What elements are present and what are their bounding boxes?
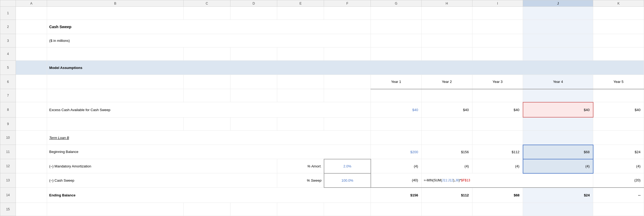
cell-K2[interactable] xyxy=(593,20,644,34)
cell-K3[interactable] xyxy=(593,34,644,47)
cell-F12-input[interactable]: 2.0% xyxy=(324,159,371,173)
col-header-I[interactable]: I xyxy=(472,0,523,7)
cell-J15[interactable] xyxy=(523,203,593,216)
cell-G15[interactable] xyxy=(371,203,422,216)
cell-G2[interactable] xyxy=(371,20,422,34)
cell-A7[interactable] xyxy=(16,89,47,102)
cell-I8-year3[interactable]: $40 xyxy=(472,102,523,117)
cell-F4[interactable] xyxy=(324,47,371,60)
cell-J1[interactable] xyxy=(523,7,593,20)
cell-F1[interactable] xyxy=(324,7,371,20)
cell-C15[interactable] xyxy=(183,203,230,216)
cell-A14[interactable] xyxy=(16,188,47,203)
col-header-B[interactable]: B xyxy=(47,0,184,7)
cell-H13-formula[interactable]: =-MIN(SUM(J11:J12),J8)*$F$13 xyxy=(421,173,593,188)
cell-K11-y5[interactable]: $24 xyxy=(593,145,644,159)
cell-B10-termloan[interactable]: Term Loan B xyxy=(47,131,371,145)
cell-H8-year2[interactable]: $40 xyxy=(421,102,472,117)
cell-H12-y2[interactable]: (4) xyxy=(421,159,472,173)
cell-H9[interactable] xyxy=(421,117,472,130)
cell-A5[interactable] xyxy=(16,61,47,75)
cell-A12[interactable] xyxy=(16,159,47,173)
cell-G7[interactable] xyxy=(371,89,422,102)
cell-H3[interactable] xyxy=(421,34,472,47)
cell-K13-y5[interactable]: (20) xyxy=(593,173,644,188)
cell-C7[interactable] xyxy=(183,89,230,102)
cell-A4[interactable] xyxy=(16,47,47,60)
cell-J8-year4[interactable]: $40 xyxy=(523,102,593,117)
cell-A8[interactable] xyxy=(16,102,47,117)
cell-F9[interactable] xyxy=(324,117,371,130)
cell-B11-label[interactable]: Beginning Balance xyxy=(47,145,371,159)
cell-A6[interactable] xyxy=(16,75,47,89)
cell-D15[interactable] xyxy=(230,203,277,216)
cell-C6[interactable] xyxy=(183,75,230,89)
cell-I11-y3[interactable]: $112 xyxy=(472,145,523,159)
cell-B3[interactable]: ($ in millions) xyxy=(47,34,371,47)
cell-E12-pct-label[interactable]: % Amort. xyxy=(277,159,324,173)
cell-H10[interactable] xyxy=(421,131,472,145)
cell-I9[interactable] xyxy=(472,117,523,130)
col-header-G[interactable]: G xyxy=(371,0,422,7)
cell-B15[interactable] xyxy=(47,203,184,216)
cell-K6-year5[interactable]: Year 5 xyxy=(593,75,644,89)
cell-G11-y1[interactable]: $200 xyxy=(371,145,422,159)
cell-B1[interactable] xyxy=(47,7,184,20)
cell-B9[interactable] xyxy=(47,117,184,130)
cell-H7[interactable] xyxy=(421,89,472,102)
cell-E1[interactable] xyxy=(277,7,324,20)
cell-I1[interactable] xyxy=(472,7,523,20)
cell-D6[interactable] xyxy=(230,75,277,89)
cell-K9[interactable] xyxy=(593,117,644,130)
cell-K10[interactable] xyxy=(593,131,644,145)
cell-K14-y5[interactable]: -- xyxy=(593,188,644,203)
cell-I4[interactable] xyxy=(472,47,523,60)
cell-C4[interactable] xyxy=(183,47,230,60)
cell-E7[interactable] xyxy=(277,89,324,102)
cell-G12-y1[interactable]: (4) xyxy=(371,159,422,173)
cell-A3[interactable] xyxy=(16,34,47,47)
cell-D7[interactable] xyxy=(230,89,277,102)
cell-H11-y2[interactable]: $156 xyxy=(421,145,472,159)
cell-D4[interactable] xyxy=(230,47,277,60)
cell-B5[interactable]: Model Assumptions xyxy=(47,61,644,75)
cell-E4[interactable] xyxy=(277,47,324,60)
cell-G13-y1[interactable]: (40) xyxy=(371,173,422,188)
cell-F15[interactable] xyxy=(324,203,371,216)
cell-A11[interactable] xyxy=(16,145,47,159)
cell-B14-label[interactable]: Ending Balance xyxy=(47,188,371,203)
col-header-H[interactable]: H xyxy=(421,0,472,7)
cell-B7[interactable] xyxy=(47,89,184,102)
cell-I6-year3[interactable]: Year 3 xyxy=(472,75,523,89)
cell-A10[interactable] xyxy=(16,131,47,145)
cell-I3[interactable] xyxy=(472,34,523,47)
cell-G9[interactable] xyxy=(371,117,422,130)
col-header-C[interactable]: C xyxy=(183,0,230,7)
cell-G4[interactable] xyxy=(371,47,422,60)
cell-A1[interactable] xyxy=(16,7,47,20)
cell-H6-year2[interactable]: Year 2 xyxy=(421,75,472,89)
cell-E15[interactable] xyxy=(277,203,324,216)
cell-G8-year1[interactable]: $40 xyxy=(371,102,422,117)
cell-I12-y3[interactable]: (4) xyxy=(472,159,523,173)
cell-H2[interactable] xyxy=(421,20,472,34)
cell-G6-year1[interactable]: Year 1 xyxy=(371,75,422,89)
col-header-K[interactable]: K xyxy=(593,0,644,7)
cell-I15[interactable] xyxy=(472,203,523,216)
cell-J6-year4[interactable]: Year 4 xyxy=(523,75,593,89)
cell-J2[interactable] xyxy=(523,20,593,34)
cell-B4[interactable] xyxy=(47,47,184,60)
cell-K8-year5[interactable]: $40 xyxy=(593,102,644,117)
cell-G3[interactable] xyxy=(371,34,422,47)
cell-A15[interactable] xyxy=(16,203,47,216)
col-header-A[interactable]: A xyxy=(16,0,47,7)
cell-I14-y3[interactable]: $68 xyxy=(472,188,523,203)
cell-B8-label[interactable]: Excess Cash Available for Cash Sweep xyxy=(47,102,371,117)
cell-H1[interactable] xyxy=(421,7,472,20)
cell-E13-pct-label[interactable]: % Sweep xyxy=(277,173,324,188)
cell-K7[interactable] xyxy=(593,89,644,102)
cell-B13-label[interactable]: (–) Cash Sweep xyxy=(47,173,277,188)
cell-E9[interactable] xyxy=(277,117,324,130)
cell-F7[interactable] xyxy=(324,89,371,102)
col-header-F[interactable]: F xyxy=(324,0,371,7)
